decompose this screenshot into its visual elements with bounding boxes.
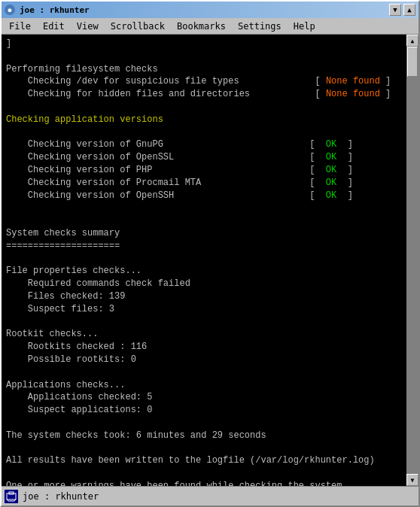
content-area: ] Performing filesystem checks Checking … bbox=[2, 35, 418, 486]
title-bar: ● joe : rkhunter ▼ ▲ bbox=[2, 2, 418, 18]
scroll-track[interactable] bbox=[406, 47, 418, 474]
menu-help[interactable]: Help bbox=[288, 20, 321, 33]
scroll-thumb[interactable] bbox=[407, 47, 418, 77]
menu-settings[interactable]: Settings bbox=[232, 20, 288, 33]
status-bar: joe : rkhunter bbox=[2, 486, 418, 505]
menu-bookmarks[interactable]: Bookmarks bbox=[171, 20, 232, 33]
title-bar-left: ● joe : rkhunter bbox=[5, 5, 90, 15]
scrollbar[interactable]: ▲ ▼ bbox=[406, 35, 418, 486]
window-controls: ▼ ▲ bbox=[389, 4, 415, 16]
terminal-output[interactable]: ] Performing filesystem checks Checking … bbox=[2, 35, 406, 486]
status-text: joe : rkhunter bbox=[23, 491, 99, 502]
menu-file[interactable]: File bbox=[3, 20, 37, 33]
maximize-button[interactable]: ▲ bbox=[403, 4, 415, 16]
menu-scrollback[interactable]: Scrollback bbox=[105, 20, 171, 33]
menu-view[interactable]: View bbox=[71, 20, 105, 33]
main-window: ● joe : rkhunter ▼ ▲ File Edit View Scro… bbox=[0, 0, 420, 507]
minimize-button[interactable]: ▼ bbox=[389, 4, 401, 16]
menu-edit[interactable]: Edit bbox=[37, 20, 71, 33]
scroll-down-button[interactable]: ▼ bbox=[406, 474, 418, 486]
menubar: File Edit View Scrollback Bookmarks Sett… bbox=[2, 18, 418, 35]
app-icon: ● bbox=[5, 5, 15, 15]
window-title: joe : rkhunter bbox=[20, 5, 90, 15]
status-icon bbox=[5, 490, 18, 503]
scroll-up-button[interactable]: ▲ bbox=[406, 35, 418, 47]
